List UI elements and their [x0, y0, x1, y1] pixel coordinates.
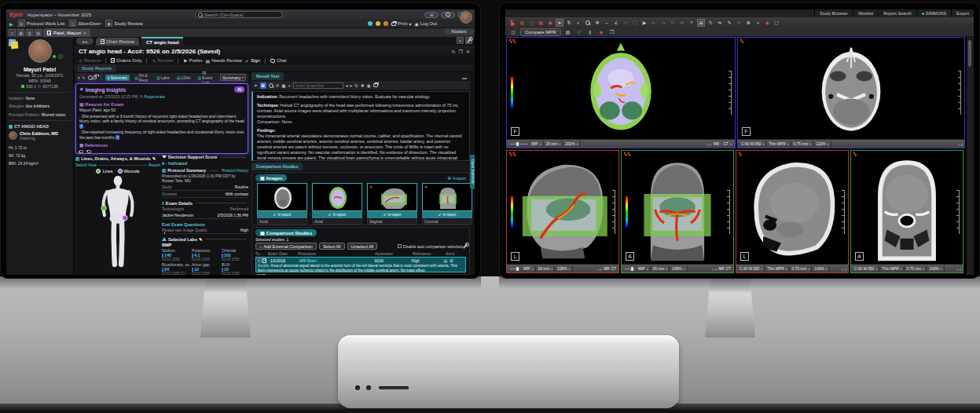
undo-icon[interactable]: ↺ — [276, 83, 280, 88]
worklist-menu[interactable]: Worklist — [853, 9, 878, 17]
thickness-dropdown[interactable]: 0.75 mm▾ — [791, 265, 813, 272]
reconstruction-dropdown[interactable]: Thin MPR▾ — [880, 265, 904, 272]
chat-button[interactable] — [441, 12, 455, 18]
zoom-dropdown[interactable]: 238%▾ — [670, 265, 687, 272]
image-thumbnail[interactable]: ✔ In report Sagittal — [367, 183, 417, 225]
mpr-icon[interactable]: ⊞ — [697, 19, 705, 27]
window-level-icon[interactable]: ◐ — [574, 19, 582, 27]
projection-dropdown[interactable]: MIP▾ — [522, 265, 536, 272]
lab-result[interactable]: Anion gap1202/10 1558 — [192, 262, 222, 276]
thickness-dropdown[interactable]: 0.75 mm▾ — [905, 265, 927, 272]
mail-button[interactable]: ✉ — [424, 12, 439, 18]
bold-icon[interactable]: B — [260, 82, 266, 89]
restore-button[interactable]: ↺ Restore — [79, 58, 101, 64]
status-dot-icon[interactable] — [368, 21, 373, 26]
cine-play-icon[interactable]: ▶ — [640, 19, 648, 27]
global-search-box[interactable]: Search (Ctrl+Space) — [195, 11, 283, 18]
tab-study-reports[interactable]: Study Reports — [77, 64, 116, 72]
user-avatar[interactable] — [460, 11, 472, 24]
viewport-ct-axial[interactable]: ▚ F C:40 W:350▾ Thin MPR▾ 0.75 mm▾ 120%▾… — [737, 37, 965, 148]
fusion-blend-icon[interactable]: ◣◢ — [958, 142, 963, 146]
projection-dropdown[interactable]: MIP▾ — [530, 141, 544, 148]
status-dot-icon[interactable] — [384, 21, 388, 26]
fusion-toggle[interactable]: MR|CT▾ — [712, 141, 733, 148]
home-icon[interactable]: ≡ — [9, 29, 16, 36]
lab-result[interactable]: Potassium4.102/10 1558 — [192, 248, 222, 261]
slab-slider[interactable] — [625, 269, 634, 269]
copy-icon[interactable]: ❐ — [608, 28, 616, 36]
row-checkbox-checked[interactable]: ✔ — [258, 258, 262, 262]
edit-icon[interactable]: ✎ — [199, 237, 203, 242]
regenerate-link[interactable]: Regenerate — [145, 94, 165, 99]
accept-icon[interactable]: ▮ — [586, 28, 594, 36]
thumbs-down-icon[interactable] — [87, 150, 91, 153]
delete-icon[interactable]: ✕ — [735, 19, 743, 27]
chart-icon[interactable]: ▨ — [35, 29, 42, 36]
key-image-icon[interactable]: ◫ — [527, 19, 535, 27]
thickness-dropdown[interactable]: 0.75 mm▾ — [792, 141, 814, 148]
tab-chart-review[interactable]: Chart Review — [96, 38, 139, 46]
settings-button[interactable] — [465, 37, 472, 44]
regenerate-icon[interactable]: ↻ — [140, 94, 143, 99]
zoom-dropdown[interactable]: 201%▾ — [563, 141, 580, 148]
status-dot-icon[interactable] — [376, 21, 380, 26]
prev-field-icon[interactable]: ◂ — [346, 83, 348, 88]
thickness-dropdown[interactable]: 26 mm▾ — [651, 265, 670, 272]
annotation-icon[interactable]: ▭ — [622, 19, 629, 27]
in-report-button[interactable]: ✔ In report — [312, 211, 362, 218]
edit-icon[interactable]: ✎ — [152, 156, 156, 161]
reason-for-exam-header[interactable]: ▤ Reason for Exam — [79, 101, 244, 107]
close-icon[interactable]: ✕ — [83, 31, 86, 35]
protocol-history-link[interactable]: Protocol History — [222, 169, 248, 173]
angle-icon[interactable]: ∠ — [612, 19, 620, 27]
insert-smarttext-input[interactable] — [293, 82, 343, 89]
principal-problem-row[interactable]: Principal Problem: Blurred vision — [9, 112, 71, 117]
schedule-icon[interactable]: ▦ — [17, 29, 24, 36]
comparison-row-selected[interactable]: ✔ 1/1/2018 MRI Brain 9018 High ▤⊞ Detail… — [255, 257, 466, 272]
select-all-button[interactable]: Select All — [319, 243, 345, 250]
printer-icon[interactable] — [94, 75, 97, 79]
lab-result[interactable]: Chloride10102/10 1558 — [222, 248, 248, 261]
lda-report-link[interactable]: Report — [149, 163, 160, 167]
tab-result-text[interactable]: Result Text — [251, 72, 284, 80]
refresh-icon[interactable]: ↻ — [354, 83, 358, 88]
procedure-link[interactable]: MRI Brain — [299, 258, 375, 263]
orders-only-button[interactable]: Orders Only — [111, 58, 141, 63]
close-icon[interactable]: ✕ — [466, 49, 470, 54]
measure-icon[interactable]: ⌐ — [603, 19, 611, 27]
tab-nav-buttons[interactable]: ◂▸ — [76, 38, 94, 45]
tab-ct-angio-head[interactable]: CT angio head — [141, 37, 183, 46]
maximize-icon[interactable]: ❐ — [459, 49, 463, 54]
unselect-all-button[interactable]: Unselect All — [347, 243, 378, 250]
prelim-button[interactable]: ⚑ Prelim — [183, 58, 202, 64]
logout-button[interactable]: ◉ Log Out — [414, 21, 437, 27]
fusion-toggle[interactable]: MRCT — [718, 265, 732, 272]
viewport-ct-coronal[interactable]: ▚ A C:40 W:350▾ Thin MPR▾ 0.75 mm▾ 142%▾… — [850, 150, 963, 273]
flip-icon[interactable]: ⇋ — [716, 19, 724, 27]
refresh-icon[interactable]: ↻ — [83, 75, 86, 80]
view-tab-ldas[interactable]: ▤LDAs — [174, 75, 193, 81]
in-report-button[interactable]: ✔ In report — [367, 211, 417, 218]
needs-review-button[interactable]: ▤ Needs Review — [206, 58, 242, 64]
grid-view-icon[interactable]: ⊞ — [450, 274, 453, 275]
result-text-body[interactable]: Indication: Recurrent headaches with int… — [251, 91, 470, 161]
study-browser-menu[interactable]: Study Browser — [814, 9, 853, 17]
layout-icon[interactable]: ▙ — [508, 19, 516, 27]
chat-button[interactable]: Chat — [270, 58, 287, 63]
prev-series-icon[interactable]: ⇤ — [650, 19, 658, 27]
sticky-note-icon[interactable] — [11, 42, 19, 49]
zoom-dropdown[interactable]: 142%▾ — [927, 265, 944, 272]
smart-tools-icon[interactable]: ✦ — [254, 83, 258, 88]
image-thumbnail[interactable]: ✔ In report Axial — [312, 183, 362, 225]
next-field-icon[interactable]: ▸ — [350, 83, 352, 88]
record-icon[interactable]: ◉ — [763, 19, 771, 27]
sign-button[interactable]: ✔ Sign — [245, 58, 260, 64]
series-stack-icon[interactable]: ▤ — [518, 19, 526, 27]
image-icon[interactable]: ▣ — [281, 83, 285, 88]
reject-icon[interactable]: ◆ — [597, 28, 605, 36]
print-button[interactable]: Print ▾ — [391, 21, 411, 27]
zoom-dropdown[interactable]: 120%▾ — [814, 141, 831, 148]
view-dropdown[interactable]: Summary▾ — [220, 74, 246, 81]
allergies-row[interactable]: Allergies: Ace Inhibitors — [9, 104, 71, 108]
image-thumbnail[interactable]: ✔ In report Coronal — [422, 183, 472, 225]
